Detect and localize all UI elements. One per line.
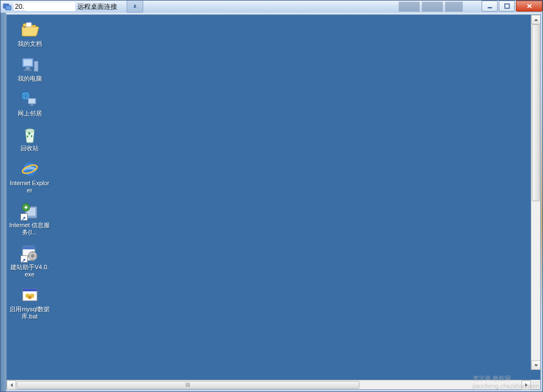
horizontal-scroll-thumb[interactable]: [17, 381, 359, 389]
svg-rect-13: [30, 104, 33, 106]
scroll-right-button[interactable]: [521, 380, 531, 390]
recycle-bin-icon: [20, 125, 39, 144]
scroll-up-button[interactable]: [531, 15, 540, 24]
icon-label: 我的文档: [18, 40, 42, 48]
network-icon: [20, 90, 39, 109]
svg-rect-21: [23, 246, 35, 249]
icon-internet-explorer[interactable]: Internet Explorer: [9, 160, 50, 194]
icon-my-computer[interactable]: 我的电脑: [9, 55, 50, 82]
svg-point-14: [25, 129, 34, 132]
svg-point-28: [28, 296, 32, 299]
horizontal-scrollbar[interactable]: [7, 380, 531, 389]
icon-label: 网上邻居: [18, 110, 42, 117]
connection-bar-pin[interactable]: [127, 1, 143, 13]
folder-open-icon: [20, 20, 39, 39]
left-frame-edge: [1, 13, 6, 391]
scroll-down-button[interactable]: [531, 360, 540, 370]
icon-network-neighborhood[interactable]: 网上邻居: [9, 90, 50, 117]
title-ip-redacted: [25, 2, 75, 11]
scrollbar-corner: [531, 380, 540, 389]
svg-rect-3: [505, 4, 509, 8]
svg-rect-25: [23, 289, 37, 291]
svg-rect-8: [23, 70, 32, 71]
title-ip-prefix: 20.: [14, 3, 25, 11]
svg-rect-9: [34, 61, 38, 71]
vertical-scrollbar[interactable]: [531, 15, 540, 370]
desktop-icons-column: 我的文档 我的电脑: [9, 20, 50, 320]
maximize-button[interactable]: [499, 1, 515, 12]
icon-site-helper[interactable]: 建站助手V4.0.exe: [9, 244, 50, 278]
svg-point-23: [31, 254, 34, 258]
bat-file-icon: [20, 286, 39, 305]
scroll-left-button[interactable]: [7, 380, 16, 390]
svg-rect-2: [488, 7, 492, 8]
iis-icon: [20, 202, 39, 221]
titlebar[interactable]: 20. 远程桌面连接: [1, 1, 542, 13]
rdp-window: 20. 远程桌面连接: [0, 0, 543, 392]
icon-label: 启用mysql数据库.bat: [9, 306, 50, 320]
svg-rect-6: [23, 60, 32, 66]
icon-label: Internet Explorer: [9, 180, 50, 194]
svg-rect-7: [25, 67, 30, 70]
icon-my-documents[interactable]: 我的文档: [9, 20, 50, 48]
ie-icon: [20, 160, 39, 179]
close-button[interactable]: [516, 1, 542, 12]
exe-gear-icon: [20, 244, 39, 263]
vertical-scroll-thumb[interactable]: [532, 24, 540, 201]
minimize-button[interactable]: [482, 1, 498, 12]
window-controls: [482, 1, 542, 12]
remote-desktop-surface[interactable]: 我的文档 我的电脑: [7, 15, 540, 380]
scroll-grip-icon: [186, 383, 190, 387]
computer-icon: [20, 55, 39, 74]
icon-label: 建站助手V4.0.exe: [9, 264, 50, 278]
icon-mysql-bat[interactable]: 启用mysql数据库.bat: [9, 286, 50, 320]
icon-label: 回收站: [20, 145, 39, 152]
rdp-icon: [3, 2, 12, 11]
icon-label: Internet 信息服务(I...: [9, 222, 50, 236]
svg-rect-4: [26, 23, 31, 27]
content-area: 我的文档 我的电脑: [6, 14, 541, 390]
icon-iis[interactable]: Internet 信息服务(I...: [9, 202, 50, 236]
svg-rect-1: [6, 6, 11, 10]
icon-recycle-bin[interactable]: 回收站: [9, 125, 50, 152]
icon-label: 我的电脑: [18, 75, 42, 82]
svg-rect-12: [29, 99, 35, 103]
title-suffix: 远程桌面连接: [75, 2, 117, 12]
